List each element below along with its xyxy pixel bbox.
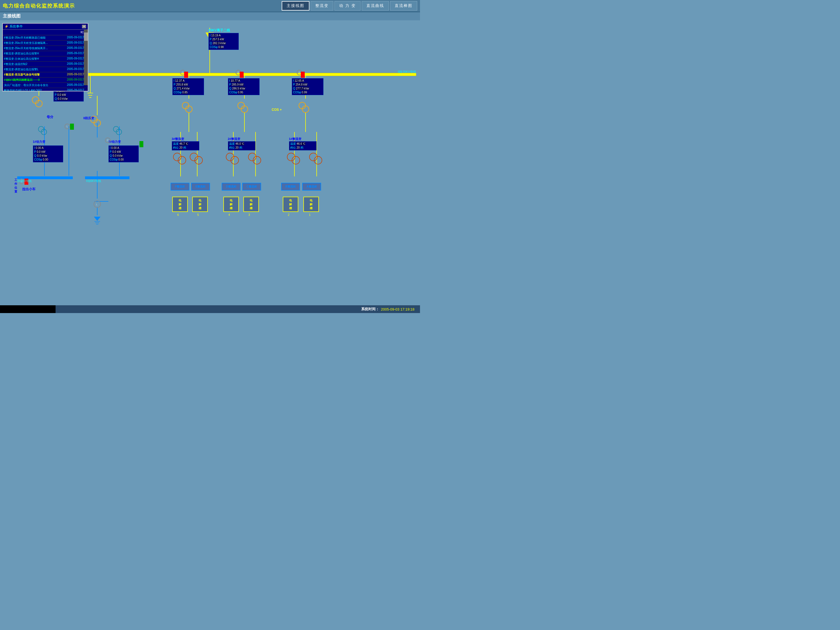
svg-point-44 bbox=[248, 153, 256, 161]
tank-4: 电解槽 bbox=[223, 197, 239, 212]
power2-info-box: I 0.00 A P 0.0 kW Q 0.0 kVar COSφ 0.00 bbox=[108, 145, 139, 163]
list-item: #整流变-调变油位高位报警H 2005-09-03 17 bbox=[3, 51, 88, 56]
nav-btn-dbar[interactable]: 直流棒图 bbox=[390, 1, 417, 11]
svg-rect-0 bbox=[88, 73, 416, 76]
svg-point-42 bbox=[226, 153, 234, 161]
svg-point-19 bbox=[36, 100, 42, 107]
svg-point-64 bbox=[94, 201, 101, 207]
list-item: #整流变-油温控制2 2005-09-03 17 bbox=[3, 62, 88, 67]
rect1-label: 1#整流变 bbox=[289, 137, 302, 141]
line-35kv-label: 35KV离子二线 bbox=[208, 28, 230, 33]
cabinet-D[interactable]: D整流柜 bbox=[222, 183, 240, 191]
svg-point-16 bbox=[302, 106, 309, 112]
nav-btn-main[interactable]: 主接线图 bbox=[282, 1, 309, 11]
rect2-info-box: I 10.77 A P 285.9 kW Q 286.5 kVar COSφ 0… bbox=[228, 78, 260, 95]
bus-35kv-label: II段35KV母线 bbox=[398, 70, 416, 74]
nav-btn-dcurve[interactable]: 直流曲线 bbox=[362, 1, 389, 11]
power1-info-box: I 0.00 A P 0.0 kW Q 0.0 kVar COSφ 0.00 bbox=[33, 145, 63, 163]
svg-point-51 bbox=[41, 129, 47, 135]
sub-header: 主接线图 bbox=[0, 12, 420, 20]
event-title: ⚡ 系统事件 bbox=[5, 24, 23, 29]
list-item: #整流变-变压器气体信号报警 2005-09-03 17 bbox=[3, 72, 88, 77]
svg-point-48 bbox=[309, 153, 317, 161]
svg-point-40 bbox=[190, 153, 198, 161]
app-title: 电力综合自动化监控系统演示 bbox=[3, 3, 75, 9]
event-scrollbar[interactable] bbox=[84, 30, 88, 85]
svg-point-49 bbox=[314, 156, 322, 164]
nav-buttons: 主接线图 整流变 动 力 变 直流曲线 直流棒图 bbox=[282, 1, 417, 11]
svg-point-46 bbox=[287, 153, 295, 161]
event-list: #整流变-35kv开关柜断路器已储能 2005-09-03 17 #整流变-35… bbox=[3, 35, 88, 91]
list-item: #整流变-35kv开关柜变压器侧隔离... 2005-09-03 17 bbox=[3, 41, 88, 46]
svg-marker-67 bbox=[94, 217, 101, 221]
list-item: 演示厂站遥控：母分开关分命令发出 2005-09-03 17 bbox=[3, 83, 88, 88]
pull-out-label: 拉出小车 bbox=[22, 187, 36, 192]
svg-point-43 bbox=[231, 156, 238, 164]
svg-point-12 bbox=[186, 106, 192, 112]
svg-point-45 bbox=[253, 156, 261, 164]
tank-num-6: 6 bbox=[177, 213, 179, 216]
cabinet-B[interactable]: B整流柜 bbox=[281, 183, 300, 191]
tank-5: 电解槽 bbox=[192, 197, 208, 212]
tank-num-2: 2 bbox=[288, 213, 289, 216]
list-item: #整流变-35kv开关柜断路器已储能 2005-09-03 17 bbox=[3, 35, 88, 41]
tank-3: 电解槽 bbox=[243, 197, 259, 212]
svg-point-13 bbox=[238, 102, 245, 109]
svg-point-50 bbox=[38, 126, 44, 132]
list-item: #动6kV跳闸回路断返回——0 2005-09-03 17 bbox=[3, 77, 88, 83]
nav-btn-power[interactable]: 动 力 变 bbox=[335, 1, 360, 11]
svg-point-38 bbox=[173, 153, 181, 161]
svg-text:L: L bbox=[96, 203, 98, 206]
rect3-info-box: I 12.37 A P 255.8 kW Q 271.4 kVar COSφ 0… bbox=[172, 78, 204, 95]
tank-num-5: 5 bbox=[197, 213, 199, 216]
l-circle-left: L bbox=[65, 124, 70, 129]
status-label: 系统时间： bbox=[361, 307, 379, 312]
event-close-button[interactable]: ✕ bbox=[82, 25, 86, 28]
svg-point-18 bbox=[32, 97, 39, 103]
status-black-box bbox=[0, 305, 55, 313]
rect2-label: 2#整流变 bbox=[228, 137, 240, 141]
mother-split-label: 母分 bbox=[47, 115, 53, 120]
cabinet-C[interactable]: C整流柜 bbox=[242, 183, 261, 191]
status-footer: 系统时间： 2005-09-03 17:19:18 bbox=[0, 305, 420, 313]
rect-red-2 bbox=[240, 72, 244, 78]
svg-point-56 bbox=[94, 120, 101, 126]
rect2-temp-box: 温度 46.0 ℃ 档位 20 档 bbox=[228, 141, 256, 150]
tank-1: 电解槽 bbox=[303, 197, 319, 212]
tank-num-4: 4 bbox=[228, 213, 230, 216]
tank-2: 电解槽 bbox=[283, 197, 298, 212]
bus2-6kv-label: II段6KV母线 bbox=[86, 179, 101, 183]
svg-point-52 bbox=[113, 126, 119, 132]
svg-point-11 bbox=[182, 102, 189, 109]
r-circle-power2: R bbox=[105, 137, 111, 143]
power1-label: 1#动力变 bbox=[33, 140, 45, 144]
rect-red-3 bbox=[184, 72, 188, 78]
line-info-box: I 13.19 A P 257.5 kW Q 282.3 kVar COSφ 0… bbox=[208, 33, 239, 50]
bus1-6kv-label: I段6KV母线 bbox=[17, 179, 32, 183]
svg-point-47 bbox=[292, 156, 300, 164]
list-item: #整流变-调变油位低位报警L 2005-09-03 17 bbox=[3, 67, 88, 72]
nav-btn-rectifier[interactable]: 整流变 bbox=[311, 1, 333, 11]
rect-green-L bbox=[70, 124, 74, 130]
list-item: 断路器状态HELLO1,I AM OFF! 2005-09-03 17 bbox=[3, 88, 88, 91]
cabinet-E[interactable]: E整流柜 bbox=[191, 183, 210, 191]
main-content: L ⚡ 系统事件 ✕ 时间 #整流变-35kv开关柜断路器已储能 2005-09… bbox=[0, 20, 420, 313]
status-value: 2005-09-03 17:19:18 bbox=[381, 307, 414, 311]
rect3-temp-box: 温度 46.7 ℃ 档位 20 档 bbox=[172, 141, 199, 150]
cabinet-A[interactable]: A整流柜 bbox=[302, 183, 321, 191]
cos-plus-label: COS + bbox=[272, 108, 282, 112]
rect1-info-box: I 12.65 A P 254.8 kW Q 277.7 kVar COSφ 0… bbox=[292, 78, 324, 95]
event-title-bar: ⚡ 系统事件 ✕ bbox=[3, 24, 88, 30]
rect3-label: 3#整流变 bbox=[172, 137, 184, 141]
pressure2-label: II段压变 bbox=[83, 116, 94, 120]
page-subtitle: 主接线图 bbox=[3, 14, 21, 18]
svg-point-15 bbox=[299, 102, 306, 109]
svg-point-39 bbox=[178, 156, 186, 164]
header-bar: 电力综合自动化监控系统演示 主接线图 整流变 动 力 变 直流曲线 直流棒图 bbox=[0, 0, 420, 12]
cabinet-F[interactable]: F整流柜 bbox=[171, 183, 189, 191]
svg-point-14 bbox=[241, 106, 248, 112]
svg-point-53 bbox=[116, 129, 122, 135]
rect-green-power2 bbox=[139, 141, 143, 147]
svg-point-41 bbox=[195, 156, 202, 164]
tank-num-3: 3 bbox=[248, 213, 250, 216]
